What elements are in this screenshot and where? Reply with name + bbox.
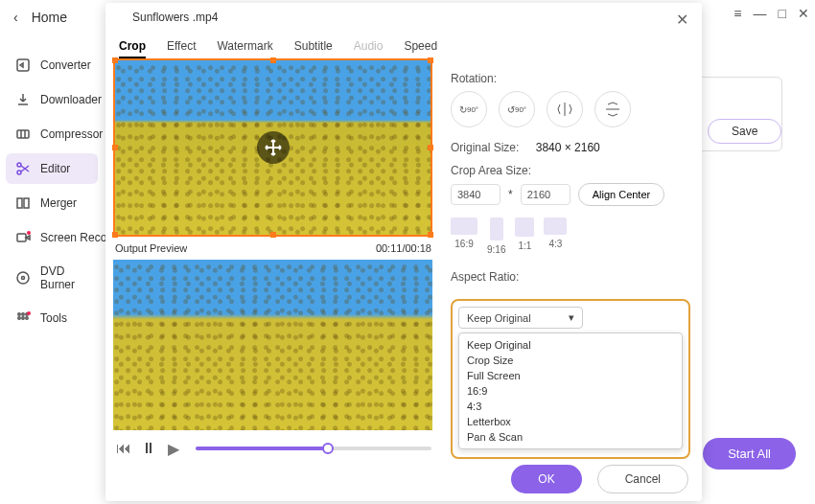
crop-handle[interactable]: [112, 57, 118, 63]
sidebar: ‹ Home Converter Downloader Compressor E…: [0, 0, 104, 504]
sidebar-item-label: Tools: [40, 311, 67, 325]
sidebar-item-editor[interactable]: Editor: [6, 153, 98, 184]
tab-effect[interactable]: Effect: [167, 35, 196, 58]
aspect-preset-9-16[interactable]: 9:16: [487, 218, 505, 255]
prev-frame-icon[interactable]: ⏮: [115, 440, 132, 457]
pause-icon[interactable]: ⏸: [140, 440, 157, 457]
back-icon[interactable]: ‹: [13, 10, 18, 25]
crop-width-input[interactable]: [451, 184, 501, 205]
crop-height-input[interactable]: [521, 184, 570, 205]
maximize-icon[interactable]: □: [779, 6, 786, 21]
multiply-label: *: [508, 188, 513, 201]
window-close-icon[interactable]: ✕: [798, 6, 809, 21]
aspect-option[interactable]: Pan & Scan: [465, 429, 676, 445]
svg-point-10: [22, 313, 24, 315]
sidebar-item-downloader[interactable]: Downloader: [6, 84, 98, 115]
aspect-option[interactable]: Letterbox: [465, 414, 676, 429]
seek-thumb[interactable]: [322, 443, 334, 454]
tab-audio: Audio: [354, 35, 384, 58]
aspect-ratio-options: Keep Original Crop Size Full Screen 16:9…: [458, 332, 683, 449]
tab-subtitle[interactable]: Subtitle: [294, 35, 333, 58]
svg-point-8: [22, 277, 25, 280]
svg-point-9: [18, 313, 20, 315]
download-icon: [15, 92, 31, 107]
sidebar-item-screen-recorder[interactable]: Screen Recorder: [6, 222, 98, 253]
crop-handle[interactable]: [428, 57, 433, 63]
ok-button[interactable]: OK: [511, 465, 581, 493]
crop-handle[interactable]: [112, 145, 118, 150]
sidebar-item-dvd-burner[interactable]: DVD Burner: [6, 257, 98, 299]
crop-modal: Sunflowers .mp4 ✕ Crop Effect Watermark …: [105, 3, 702, 501]
flip-horizontal-button[interactable]: [547, 91, 583, 127]
sidebar-item-label: Merger: [40, 196, 77, 210]
save-button[interactable]: Save: [708, 119, 781, 144]
aspect-preset-4-3[interactable]: 4:3: [544, 218, 567, 255]
output-preview-label: Output Preview: [115, 242, 187, 254]
sidebar-item-merger[interactable]: Merger: [6, 188, 98, 218]
sidebar-item-compressor[interactable]: Compressor: [6, 119, 98, 149]
align-center-button[interactable]: Align Center: [578, 183, 665, 206]
aspect-option[interactable]: 16:9: [465, 383, 676, 399]
seek-bar[interactable]: [196, 447, 431, 450]
aspect-option[interactable]: 4:3: [465, 399, 676, 414]
rotation-label: Rotation:: [451, 72, 690, 85]
home-nav[interactable]: ‹ Home: [0, 0, 104, 34]
crop-handle[interactable]: [428, 232, 433, 238]
rotate-cw-label: 90°: [467, 105, 478, 114]
aspect-ratio-highlight: Keep Original ▾ Keep Original Crop Size …: [451, 299, 690, 459]
start-all-button[interactable]: Start All: [703, 438, 796, 470]
sidebar-item-label: Downloader: [40, 93, 102, 106]
tab-watermark[interactable]: Watermark: [217, 35, 272, 58]
compress-icon: [15, 126, 31, 142]
crop-handle[interactable]: [270, 232, 276, 238]
svg-point-2: [17, 163, 21, 167]
svg-point-13: [22, 317, 24, 319]
sidebar-item-label: Editor: [40, 162, 70, 175]
aspect-option[interactable]: Full Screen: [465, 368, 676, 383]
sidebar-item-label: DVD Burner: [40, 264, 88, 291]
cancel-button[interactable]: Cancel: [597, 465, 688, 493]
modal-title: Sunflowers .mp4: [132, 11, 218, 24]
seek-progress: [196, 447, 328, 450]
play-icon[interactable]: ▶: [165, 440, 182, 457]
notification-dot-icon: [27, 231, 31, 235]
crop-handle[interactable]: [428, 145, 433, 150]
svg-point-14: [26, 317, 28, 319]
crop-handle[interactable]: [112, 232, 118, 238]
editor-tabs: Crop Effect Watermark Subtitle Audio Spe…: [115, 35, 441, 58]
converter-icon: [15, 57, 31, 73]
aspect-option[interactable]: Keep Original: [465, 337, 676, 353]
home-label: Home: [32, 10, 67, 25]
output-preview: [113, 260, 432, 430]
rotate-cw-button[interactable]: ↻90°: [451, 91, 487, 127]
svg-rect-5: [24, 198, 29, 208]
aspect-preset-16-9[interactable]: 16:9: [451, 218, 477, 255]
crop-handle[interactable]: [270, 57, 276, 63]
flip-vertical-button[interactable]: [594, 91, 631, 127]
move-icon[interactable]: [257, 131, 290, 164]
sidebar-item-converter[interactable]: Converter: [6, 50, 98, 80]
aspect-ratio-select[interactable]: Keep Original ▾: [458, 307, 583, 329]
aspect-option[interactable]: Crop Size: [465, 353, 676, 368]
disc-icon: [15, 270, 31, 286]
aspect-preset-label: 1:1: [519, 241, 532, 251]
sidebar-item-tools[interactable]: Tools: [6, 303, 98, 333]
original-size-value: 3840 × 2160: [536, 141, 600, 154]
crop-canvas[interactable]: [113, 58, 432, 237]
tab-speed[interactable]: Speed: [404, 35, 437, 58]
svg-rect-1: [17, 130, 29, 138]
original-size-label: Original Size:: [451, 141, 519, 154]
aspect-preset-label: 9:16: [487, 244, 505, 255]
aspect-ratio-selected: Keep Original: [467, 312, 531, 324]
time-display: 00:11/00:18: [376, 242, 431, 254]
aspect-preset-1-1[interactable]: 1:1: [515, 218, 534, 255]
minimize-icon[interactable]: —: [754, 6, 767, 21]
rotate-ccw-button[interactable]: ↺90°: [499, 91, 535, 127]
svg-rect-4: [17, 198, 22, 208]
svg-point-12: [18, 317, 20, 319]
tab-crop[interactable]: Crop: [119, 35, 146, 58]
close-icon[interactable]: ✕: [676, 11, 688, 29]
aspect-preset-label: 16:9: [454, 239, 473, 249]
sidebar-item-label: Compressor: [40, 127, 103, 141]
menu-icon[interactable]: ≡: [734, 6, 741, 21]
